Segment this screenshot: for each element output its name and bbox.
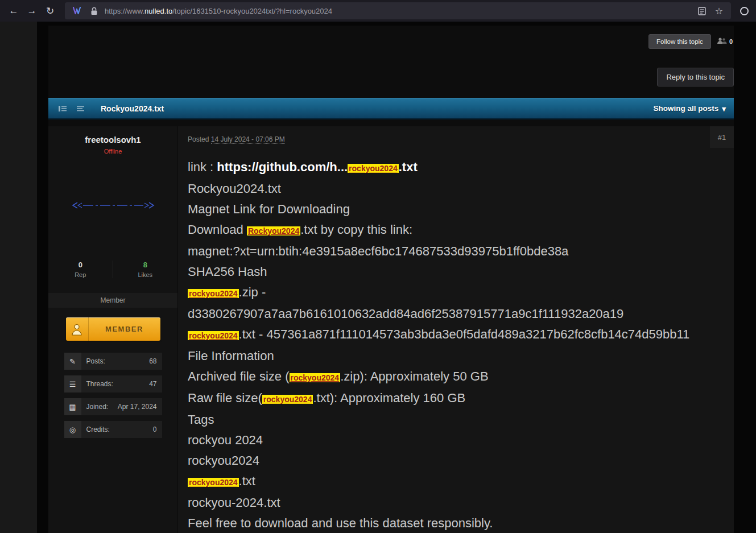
reload-button[interactable]: ↻ <box>42 3 58 19</box>
credits-icon: ◎ <box>64 421 81 438</box>
likes-label: Likes <box>113 271 178 278</box>
stat-label: Posts: <box>86 357 105 365</box>
post-number[interactable]: #1 <box>710 126 734 148</box>
likes-value: 8 <box>113 261 178 269</box>
post-line: File Information <box>188 346 726 366</box>
post-line: rockyou 2024 <box>188 430 726 451</box>
author-rep-likes: 0 Rep 8 Likes <box>48 261 177 278</box>
search-highlight: rockyou2024 <box>290 373 341 382</box>
search-highlight: rockyou2024 <box>188 478 239 487</box>
text-segment: .txt <box>239 474 255 488</box>
post-line: rockyou-2024.txt <box>188 493 726 513</box>
search-highlight: Rockyou2024 <box>247 226 300 235</box>
site-logo-icon <box>71 5 83 17</box>
topic-list-icon[interactable] <box>75 102 87 115</box>
topic-header-bar: Rockyou2024.txt Showing all posts ▾ <box>48 98 734 119</box>
extension-icon[interactable] <box>738 5 750 17</box>
stat-value: 47 <box>149 380 156 388</box>
text-segment: Tags <box>188 412 214 427</box>
lock-icon[interactable] <box>88 5 100 17</box>
browser-toolbar: ← → ↻ https://www.nulled.to/topic/163151… <box>0 0 756 22</box>
post-line: link : https://github.com/h...rockyou202… <box>188 157 726 179</box>
search-highlight: rockyou2024 <box>188 331 239 340</box>
search-highlight: rockyou2024 <box>348 164 399 173</box>
text-segment: .txt - 457361a871f111014573ab3bda3e0f5da… <box>239 327 690 341</box>
text-segment: Feel free to download and use this datas… <box>188 516 493 530</box>
post-line: Raw file size(rockyou2024.txt): Approxim… <box>188 388 726 410</box>
forum-page-container: Follow this topic 0 Reply to this topic <box>48 26 734 533</box>
post-line: rockyou2024.txt <box>188 471 726 493</box>
forum-post: freetoolsovh1 Offline 0 Rep <box>48 126 734 533</box>
followers-icon <box>717 38 727 46</box>
bookmark-star-icon[interactable]: ☆ <box>713 5 725 17</box>
back-button[interactable]: ← <box>6 3 22 19</box>
url-path: /topic/1631510-rockyou2024txt/?hl=rockyo… <box>172 7 332 15</box>
follow-topic-button[interactable]: Follow this topic <box>648 34 711 49</box>
rep-stat: 0 Rep <box>48 261 113 278</box>
text-segment: link : <box>188 160 217 174</box>
author-username[interactable]: freetoolsovh1 <box>48 135 177 144</box>
stat-row: ✎Posts:68 <box>64 353 162 370</box>
stat-row: ☰Threads:47 <box>64 375 162 392</box>
post-content-panel: #1 Posted 14 July 2024 - 07:06 PM link :… <box>178 126 734 533</box>
followers-count: 0 <box>729 38 733 45</box>
topic-followers: 0 <box>717 38 733 46</box>
stat-label: Threads: <box>86 380 113 388</box>
post-line: Feel free to download and use this datas… <box>188 513 726 533</box>
post-line: Tags <box>188 410 726 430</box>
member-badge: MEMBER <box>66 317 160 341</box>
stat-label: Credits: <box>86 425 110 433</box>
text-segment: .txt by copy this link: <box>300 222 412 237</box>
search-highlight: rockyou2024 <box>262 395 313 404</box>
forward-button[interactable]: → <box>24 3 40 19</box>
stat-value: 0 <box>153 425 157 433</box>
text-segment: .txt): Approximately 160 GB <box>313 391 465 405</box>
text-segment: rockyou2024 <box>188 453 259 468</box>
text-segment: magnet:?xt=urn:btih:4e3915a8ecf6bc174687… <box>188 244 568 258</box>
rep-label: Rep <box>48 271 113 278</box>
post-line: Magnet Link for Downloading <box>188 199 726 220</box>
stat-value: 68 <box>149 357 156 365</box>
post-line: Download Rockyou2024.txt by copy this li… <box>188 220 726 241</box>
post-meta: Posted 14 July 2024 - 07:06 PM <box>188 135 726 143</box>
browser-window: ← → ↻ https://www.nulled.to/topic/163151… <box>0 0 756 533</box>
text-segment: Magnet Link for Downloading <box>188 202 350 216</box>
url-text[interactable]: https://www.nulled.to/topic/1631510-rock… <box>105 7 691 15</box>
post-line: SHA256 Hash <box>188 262 726 282</box>
author-group: Member <box>48 293 177 308</box>
url-domain: nulled.to <box>144 7 172 15</box>
reply-to-topic-button[interactable]: Reply to this topic <box>657 68 734 86</box>
author-stats: ✎Posts:68☰Threads:47▦Joined:Apr 17, 2024… <box>64 353 162 438</box>
text-segment: d3380267907a7aa7b6161010632add84ad6f2538… <box>188 307 623 321</box>
post-line: magnet:?xt=urn:btih:4e3915a8ecf6bc174687… <box>188 241 726 262</box>
post-filter-dropdown[interactable]: Showing all posts ▾ <box>653 104 726 113</box>
link-text[interactable]: .txt <box>399 160 418 174</box>
author-status: Offline <box>48 148 177 155</box>
reader-view-icon[interactable] <box>696 5 708 17</box>
link-text[interactable]: https://github.com/h... <box>217 160 348 174</box>
post-body: link : https://github.com/h...rockyou202… <box>188 157 726 533</box>
posts-icon: ✎ <box>64 353 81 370</box>
rep-value: 0 <box>48 261 113 269</box>
post-line: d3380267907a7aa7b6161010632add84ad6f2538… <box>188 304 726 324</box>
chevron-down-icon: ▾ <box>722 104 726 113</box>
post-line: Rockyou2024.txt <box>188 179 726 199</box>
likes-stat: 8 Likes <box>113 261 178 278</box>
search-highlight: rockyou2024 <box>188 289 239 298</box>
post-line: rockyou2024 <box>188 451 726 471</box>
posted-label: Posted <box>188 135 209 143</box>
text-segment: SHA256 Hash <box>188 265 267 279</box>
text-segment: .zip - <box>239 285 266 299</box>
stat-row: ▦Joined:Apr 17, 2024 <box>64 398 162 415</box>
url-scheme: https://www. <box>105 7 144 15</box>
text-segment: rockyou-2024.txt <box>188 495 280 510</box>
stat-label: Joined: <box>86 403 109 411</box>
post-author-panel: freetoolsovh1 Offline 0 Rep <box>48 126 178 533</box>
text-segment: rockyou 2024 <box>188 433 263 447</box>
calendar-icon: ▦ <box>64 398 81 415</box>
text-segment: Rockyou2024.txt <box>188 181 281 196</box>
jump-to-post-icon[interactable] <box>56 102 69 115</box>
text-segment: .zip): Approximately 50 GB <box>340 369 488 383</box>
url-bar[interactable]: https://www.nulled.to/topic/1631510-rock… <box>65 2 731 19</box>
text-segment: File Information <box>188 349 274 363</box>
